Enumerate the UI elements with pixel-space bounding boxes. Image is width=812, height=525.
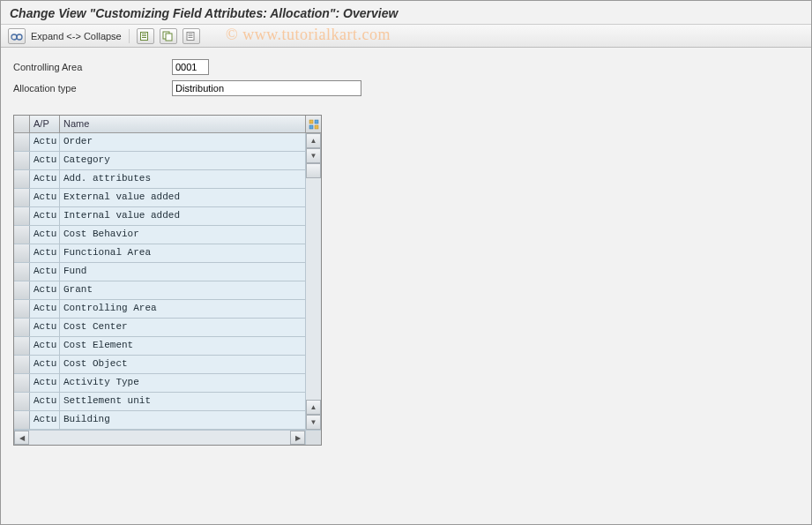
expand-collapse-button[interactable]: Expand <-> Collapse	[31, 31, 122, 41]
table-row[interactable]: ActuControlling Area	[14, 300, 305, 319]
table-row[interactable]: ActuSettlement unit	[14, 393, 305, 411]
row-selector[interactable]	[14, 319, 30, 336]
row-selector[interactable]	[14, 374, 30, 392]
cell-name: Fund	[60, 263, 305, 281]
table-row[interactable]: ActuExternal value added	[14, 189, 305, 207]
cell-ap: Actu	[30, 133, 60, 151]
cell-name: Grant	[60, 281, 305, 299]
table: A/P Name ActuOrderActuCategoryActuAdd. a…	[13, 115, 322, 446]
table-row[interactable]: ActuAdd. attributes	[14, 170, 305, 189]
cell-ap: Actu	[30, 189, 60, 206]
svg-point-0	[11, 34, 17, 40]
scroll-down-step-icon[interactable]: ▼	[306, 148, 321, 163]
table-row[interactable]: ActuInternal value added	[14, 207, 305, 226]
allocation-type-input[interactable]	[172, 80, 361, 96]
new-entries-icon[interactable]	[137, 28, 154, 44]
scroll-corner	[305, 431, 321, 445]
svg-rect-12	[309, 120, 313, 124]
table-row[interactable]: ActuCost Behavior	[14, 226, 305, 244]
table-row[interactable]: ActuGrant	[14, 281, 305, 300]
cell-ap: Actu	[30, 356, 60, 373]
page-title: Change View "Customizing Field Attribute…	[10, 6, 802, 20]
cell-ap: Actu	[30, 152, 60, 169]
content-area: Controlling Area Allocation type A/P Nam…	[1, 48, 811, 456]
cell-ap: Actu	[30, 374, 60, 392]
cell-ap: Actu	[30, 244, 60, 262]
table-row[interactable]: ActuCost Element	[14, 337, 305, 356]
svg-rect-9	[188, 34, 192, 34]
scroll-up-icon[interactable]: ▲	[306, 133, 321, 148]
toolbar-separator	[129, 29, 130, 43]
row-selector[interactable]	[14, 263, 30, 281]
scroll-right-icon[interactable]: ▶	[290, 431, 305, 445]
column-header-name[interactable]: Name	[60, 116, 305, 132]
cell-name: Cost Behavior	[60, 226, 305, 244]
cell-ap: Actu	[30, 170, 60, 188]
row-selector[interactable]	[14, 281, 30, 299]
glasses-icon[interactable]	[8, 28, 26, 44]
scroll-down-icon[interactable]: ▼	[306, 415, 321, 430]
column-header-ap[interactable]: A/P	[30, 116, 60, 132]
cell-name: Building	[60, 411, 305, 429]
cell-ap: Actu	[30, 226, 60, 244]
table-row[interactable]: ActuActivity Type	[14, 374, 305, 393]
scroll-track[interactable]	[306, 178, 321, 400]
table-header: A/P Name	[14, 116, 321, 133]
svg-rect-4	[142, 35, 146, 36]
table-row[interactable]: ActuCategory	[14, 152, 305, 170]
row-selector[interactable]	[14, 133, 30, 151]
cell-name: Cost Object	[60, 356, 305, 373]
row-selector[interactable]	[14, 152, 30, 169]
row-selector[interactable]	[14, 170, 30, 188]
cell-name: Functional Area	[60, 244, 305, 262]
title-bar: Change View "Customizing Field Attribute…	[1, 1, 811, 25]
select-all-header[interactable]	[14, 116, 30, 132]
table-body: ActuOrderActuCategoryActuAdd. attributes…	[14, 133, 321, 430]
delimit-icon[interactable]	[183, 28, 200, 44]
row-selector[interactable]	[14, 356, 30, 373]
cell-ap: Actu	[30, 300, 60, 318]
svg-rect-13	[315, 120, 318, 124]
cell-name: Internal value added	[60, 207, 305, 225]
scroll-thumb[interactable]	[306, 163, 321, 178]
table-configure-icon[interactable]	[305, 116, 321, 132]
cell-name: Category	[60, 152, 305, 169]
scroll-left-icon[interactable]: ◀	[14, 431, 29, 445]
hscroll-track[interactable]	[29, 431, 290, 445]
table-row[interactable]: ActuCost Object	[14, 356, 305, 374]
svg-rect-11	[188, 37, 192, 38]
svg-point-1	[17, 34, 22, 40]
toolbar: Expand <-> Collapse	[1, 25, 811, 48]
row-selector[interactable]	[14, 226, 30, 244]
svg-rect-7	[166, 34, 172, 41]
table-row[interactable]: ActuBuilding	[14, 411, 305, 430]
form-row-controlling-area: Controlling Area	[13, 58, 799, 76]
table-row[interactable]: ActuFund	[14, 263, 305, 281]
row-selector[interactable]	[14, 300, 30, 318]
cell-ap: Actu	[30, 263, 60, 281]
cell-name: Controlling Area	[60, 300, 305, 318]
row-selector[interactable]	[14, 207, 30, 225]
svg-rect-5	[142, 37, 146, 38]
row-selector[interactable]	[14, 244, 30, 262]
copy-as-icon[interactable]	[160, 28, 177, 44]
controlling-area-input[interactable]	[172, 59, 209, 75]
scroll-up-step-icon[interactable]: ▲	[306, 400, 321, 415]
row-selector[interactable]	[14, 337, 30, 355]
svg-rect-14	[309, 125, 313, 129]
table-row[interactable]: ActuCost Center	[14, 319, 305, 337]
cell-ap: Actu	[30, 337, 60, 355]
table-row[interactable]: ActuOrder	[14, 133, 305, 152]
row-selector[interactable]	[14, 411, 30, 429]
cell-ap: Actu	[30, 281, 60, 299]
table-row[interactable]: ActuFunctional Area	[14, 244, 305, 263]
cell-ap: Actu	[30, 393, 60, 410]
row-selector[interactable]	[14, 393, 30, 410]
cell-ap: Actu	[30, 207, 60, 225]
svg-rect-15	[315, 125, 318, 129]
cell-name: Cost Center	[60, 319, 305, 336]
row-selector[interactable]	[14, 189, 30, 206]
form-row-allocation-type: Allocation type	[13, 79, 799, 97]
cell-name: Activity Type	[60, 374, 305, 392]
cell-name: Settlement unit	[60, 393, 305, 410]
